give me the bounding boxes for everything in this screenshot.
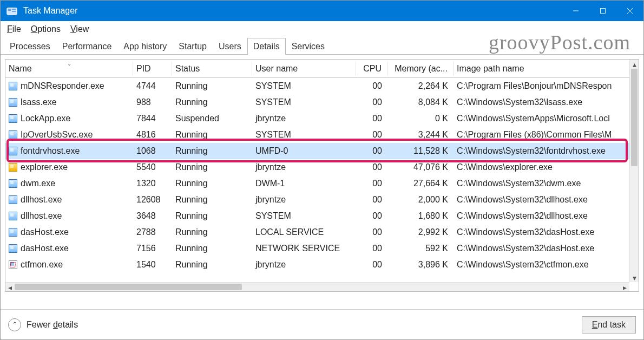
table-row[interactable]: fontdrvhost.exe1068RunningUMFD-00011,528…: [5, 143, 639, 159]
column-path[interactable]: Image path name: [454, 62, 639, 76]
horizontal-scroll-thumb[interactable]: [15, 284, 242, 290]
horizontal-scrollbar[interactable]: ◂ ▸: [5, 282, 629, 291]
cell-pid: 12608: [133, 193, 172, 206]
tab-startup[interactable]: Startup: [173, 38, 213, 55]
tab-performance[interactable]: Performance: [56, 38, 118, 55]
cell-status: Running: [172, 145, 252, 158]
process-name: dasHost.exe: [21, 244, 69, 253]
cell-path: C:\Windows\System32\dwm.exe: [454, 177, 639, 190]
window-close-button[interactable]: [616, 1, 643, 21]
menu-view[interactable]: View: [70, 24, 89, 34]
column-user[interactable]: User name: [252, 62, 356, 76]
table-row[interactable]: dwm.exe1320RunningDWM-10027,664 KC:\Wind…: [5, 175, 639, 192]
column-pid[interactable]: PID: [133, 62, 172, 76]
column-name[interactable]: Name⌄: [5, 62, 133, 76]
tab-app-history[interactable]: App history: [117, 38, 173, 55]
column-memory[interactable]: Memory (ac...: [387, 62, 454, 76]
process-icon: [9, 130, 17, 139]
process-icon: [9, 195, 17, 204]
vertical-scroll-thumb[interactable]: [631, 69, 638, 166]
fewer-details-toggle[interactable]: ⌃: [8, 318, 21, 331]
cell-cpu: 00: [356, 112, 387, 125]
cell-path: C:\Windows\System32\dasHost.exe: [454, 242, 639, 255]
tab-users[interactable]: Users: [213, 38, 247, 55]
process-name: dwm.exe: [21, 179, 55, 188]
cell-cpu: 00: [356, 242, 387, 255]
cell-status: Running: [172, 96, 252, 109]
cell-status: Running: [172, 258, 252, 271]
process-name: dasHost.exe: [21, 227, 69, 237]
chevron-up-icon: ⌃: [12, 321, 18, 329]
cell-user: SYSTEM: [252, 96, 356, 109]
cell-pid: 1320: [133, 177, 172, 190]
scroll-right-icon[interactable]: ▸: [620, 283, 629, 292]
process-icon: [9, 82, 17, 90]
cell-pid: 1068: [133, 145, 172, 158]
end-task-button[interactable]: End task: [582, 316, 636, 334]
table-row[interactable]: dasHost.exe2788RunningLOCAL SERVICE002,9…: [5, 224, 639, 240]
process-icon: [9, 98, 17, 107]
sort-indicator-icon: ⌄: [67, 61, 71, 67]
vertical-scrollbar[interactable]: ▴ ▾: [629, 60, 639, 282]
cell-user: jbryntze: [252, 258, 356, 271]
process-name: fontdrvhost.exe: [21, 146, 80, 156]
tab-services[interactable]: Services: [286, 38, 331, 55]
scroll-left-icon[interactable]: ◂: [5, 283, 15, 292]
cell-status: Running: [172, 177, 252, 190]
cell-memory: 47,076 K: [387, 161, 454, 174]
table-row[interactable]: explorer.exe5540Runningjbryntze0047,076 …: [5, 159, 639, 175]
cell-status: Running: [172, 210, 252, 223]
cell-user: DWM-1: [252, 177, 356, 190]
cell-cpu: 00: [356, 177, 387, 190]
cell-pid: 3648: [133, 210, 172, 223]
cell-memory: 3,896 K: [387, 258, 454, 271]
cell-memory: 27,664 K: [387, 177, 454, 190]
scroll-up-icon[interactable]: ▴: [630, 60, 639, 69]
table-row[interactable]: mDNSResponder.exe4744RunningSYSTEM002,26…: [5, 78, 639, 94]
cell-status: Running: [172, 242, 252, 255]
table-row[interactable]: dllhost.exe12608Runningjbryntze002,000 K…: [5, 192, 639, 208]
cell-status: Suspended: [172, 112, 252, 125]
cell-user: jbryntze: [252, 112, 356, 125]
menu-file[interactable]: File: [7, 24, 21, 34]
process-name: ctfmon.exe: [21, 260, 63, 270]
column-cpu[interactable]: CPU: [356, 62, 387, 76]
cell-user: jbryntze: [252, 193, 356, 206]
fewer-details-label[interactable]: Fewer details: [27, 320, 78, 330]
tab-processes[interactable]: Processes: [4, 38, 56, 55]
window-minimize-button[interactable]: [562, 1, 589, 21]
process-name: lsass.exe: [21, 97, 57, 107]
table-row[interactable]: ctfmon.exe1540Runningjbryntze003,896 KC:…: [5, 257, 639, 273]
cell-path: C:\Windows\System32\dllhost.exe: [454, 193, 639, 206]
table-row[interactable]: dllhost.exe3648RunningSYSTEM001,680 KC:\…: [5, 208, 639, 224]
process-name: dllhost.exe: [21, 211, 62, 221]
cell-status: Running: [172, 161, 252, 174]
table-row[interactable]: lsass.exe988RunningSYSTEM008,084 KC:\Win…: [5, 94, 639, 110]
cell-pid: 1540: [133, 258, 172, 271]
window-maximize-button[interactable]: [589, 1, 616, 21]
process-name: explorer.exe: [21, 162, 68, 172]
cell-path: C:\Windows\System32\fontdrvhost.exe: [454, 145, 639, 158]
process-icon: [9, 260, 17, 269]
scroll-down-icon[interactable]: ▾: [630, 273, 639, 282]
table-row[interactable]: dasHost.exe7156RunningNETWORK SERVICE005…: [5, 240, 639, 257]
cell-pid: 7156: [133, 242, 172, 255]
process-icon: [9, 179, 17, 188]
cell-path: C:\Windows\System32\ctfmon.exe: [454, 258, 639, 271]
tab-details[interactable]: Details: [247, 38, 286, 55]
table-row[interactable]: LockApp.exe7844Suspendedjbryntze000 KC:\…: [5, 110, 639, 127]
column-status[interactable]: Status: [172, 62, 252, 76]
cell-memory: 11,528 K: [387, 145, 454, 158]
menu-options[interactable]: Options: [31, 24, 61, 34]
svg-rect-2: [12, 9, 16, 10]
cell-cpu: 00: [356, 226, 387, 239]
process-icon: [9, 147, 17, 155]
table-row[interactable]: IpOverUsbSvc.exe4816RunningSYSTEM003,244…: [5, 127, 639, 143]
cell-status: Running: [172, 80, 252, 93]
cell-pid: 988: [133, 96, 172, 109]
process-icon: [9, 114, 17, 123]
cell-path: C:\Windows\SystemApps\Microsoft.Locl: [454, 112, 639, 125]
cell-cpu: 00: [356, 128, 387, 141]
process-table: Name⌄ PID Status User name CPU Memory (a…: [5, 59, 639, 292]
svg-rect-3: [12, 11, 16, 12]
